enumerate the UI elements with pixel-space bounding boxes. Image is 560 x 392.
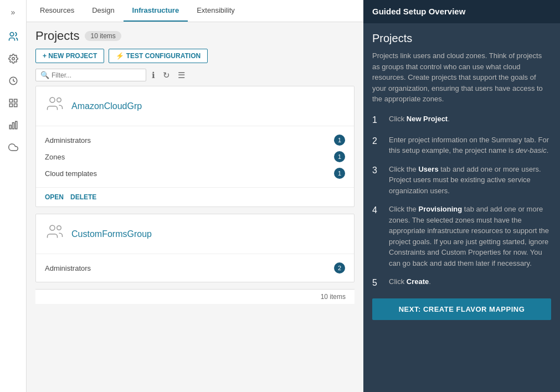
zones-count: 1: [334, 151, 345, 162]
step-1-num: 1: [372, 114, 383, 127]
admins-label-2: Administrators: [45, 264, 91, 272]
svg-point-1: [12, 58, 14, 60]
info-button[interactable]: ℹ: [150, 69, 157, 81]
sidebar-icon-clock[interactable]: [3, 71, 23, 91]
step-4-text: Click the Provisioning tab and add one o…: [389, 204, 551, 269]
sidebar-icon-settings[interactable]: [3, 49, 23, 69]
templates-label: Cloud templates: [45, 169, 97, 178]
svg-rect-9: [15, 121, 17, 129]
sidebar-icon-grid[interactable]: [3, 93, 23, 113]
step-3: 3 Click the Users tab and add one or mor…: [372, 164, 551, 197]
project-card-customforms-header[interactable]: CustomFormsGroup: [36, 214, 354, 254]
next-flavor-mapping-button[interactable]: NEXT: CREATE FLAVOR MAPPING: [372, 298, 551, 320]
admins-count: 1: [334, 135, 345, 146]
step-list: 1 Click New Project. 2 Enter project inf…: [372, 114, 551, 290]
main-content: Resources Design Infrastructure Extensib…: [27, 0, 363, 392]
svg-point-12: [50, 225, 55, 230]
step-2-text: Enter project information on the Summary…: [389, 135, 551, 156]
guided-setup-panel: Guided Setup Overview Projects Projects …: [363, 0, 560, 392]
guided-setup-intro: Projects link users and cloud zones. Thi…: [372, 50, 551, 105]
filter-row: 🔍 ℹ ↻ ☰: [35, 69, 355, 81]
project-actions-amazon: OPEN DELETE: [36, 187, 354, 207]
list-view-button[interactable]: ☰: [176, 69, 187, 81]
open-amazon-button[interactable]: OPEN: [45, 193, 64, 201]
svg-rect-6: [14, 104, 17, 107]
projects-area: Projects 10 items + NEW PROJECT ⚡ TEST C…: [27, 22, 363, 392]
project-details-customforms: Administrators 2: [36, 254, 354, 282]
admins-count-2: 2: [334, 262, 345, 274]
guided-setup-body: Projects Projects link users and cloud z…: [363, 23, 560, 329]
detail-row-zones: Zones 1: [45, 148, 345, 165]
svg-rect-3: [9, 99, 12, 102]
project-card-customforms: CustomFormsGroup Administrators 2: [35, 214, 355, 282]
test-configuration-button[interactable]: ⚡ TEST CONFIGURATION: [109, 49, 208, 63]
tab-design[interactable]: Design: [83, 0, 123, 22]
sidebar-icon-chart[interactable]: [3, 115, 23, 135]
svg-rect-5: [9, 104, 12, 107]
svg-point-10: [50, 97, 55, 102]
project-name-customforms[interactable]: CustomFormsGroup: [71, 229, 152, 239]
tab-infrastructure[interactable]: Infrastructure: [124, 0, 188, 22]
step-5: 5 Click Create.: [372, 276, 551, 290]
svg-point-0: [10, 33, 14, 37]
project-card-amazon-header[interactable]: AmazonCloudGrp: [36, 86, 354, 126]
footer-count: 10 items: [321, 293, 346, 301]
step-3-text: Click the Users tab and add one or more …: [389, 164, 551, 197]
step-5-num: 5: [372, 276, 383, 290]
svg-point-13: [57, 226, 61, 230]
svg-rect-7: [9, 125, 11, 129]
step-4-num: 4: [372, 204, 383, 269]
detail-row-templates: Cloud templates 1: [45, 165, 345, 182]
toolbar: + NEW PROJECT ⚡ TEST CONFIGURATION: [35, 49, 355, 63]
step-1-text: Click New Project.: [389, 114, 450, 127]
top-nav: Resources Design Infrastructure Extensib…: [27, 0, 363, 22]
templates-count: 1: [334, 168, 345, 179]
list-footer: 10 items: [35, 289, 355, 304]
new-project-button[interactable]: + NEW PROJECT: [35, 49, 104, 63]
project-details-amazon: Administrators 1 Zones 1 Cloud templates…: [36, 126, 354, 187]
project-group-icon-2: [45, 222, 65, 246]
step-1: 1 Click New Project.: [372, 114, 551, 127]
tab-extensibility[interactable]: Extensibility: [188, 0, 244, 22]
zones-label: Zones: [45, 153, 65, 161]
project-group-icon: [45, 94, 65, 118]
svg-point-11: [57, 98, 61, 102]
sidebar-expand-button[interactable]: »: [6, 4, 21, 20]
step-4: 4 Click the Provisioning tab and add one…: [372, 204, 551, 269]
svg-rect-4: [14, 99, 17, 102]
items-count-badge: 10 items: [85, 31, 121, 41]
project-list: AmazonCloudGrp Administrators 1 Zones 1 …: [27, 86, 363, 392]
filter-input-wrap[interactable]: 🔍: [35, 69, 146, 81]
step-5-text: Click Create.: [389, 276, 431, 290]
step-3-num: 3: [372, 164, 383, 197]
search-icon: 🔍: [40, 71, 49, 79]
project-card-amazon: AmazonCloudGrp Administrators 1 Zones 1 …: [35, 86, 355, 207]
sidebar: »: [0, 0, 27, 392]
guided-setup-title: Projects: [372, 32, 551, 45]
refresh-button[interactable]: ↻: [161, 69, 172, 81]
page-title: Projects: [35, 29, 79, 43]
project-name-amazon[interactable]: AmazonCloudGrp: [71, 101, 142, 111]
sidebar-icon-cloud[interactable]: [3, 137, 23, 157]
step-2-num: 2: [372, 135, 383, 156]
delete-amazon-button[interactable]: DELETE: [70, 193, 96, 201]
sidebar-icon-users[interactable]: [3, 27, 23, 47]
detail-row-admins-2: Administrators 2: [45, 260, 345, 276]
tab-resources[interactable]: Resources: [31, 0, 83, 22]
projects-header: Projects 10 items + NEW PROJECT ⚡ TEST C…: [27, 22, 363, 86]
filter-input[interactable]: [52, 71, 141, 79]
svg-rect-8: [12, 123, 14, 129]
detail-row-admins: Administrators 1: [45, 132, 345, 148]
guided-setup-header: Guided Setup Overview: [363, 0, 560, 23]
step-2: 2 Enter project information on the Summa…: [372, 135, 551, 156]
admins-label: Administrators: [45, 136, 91, 145]
